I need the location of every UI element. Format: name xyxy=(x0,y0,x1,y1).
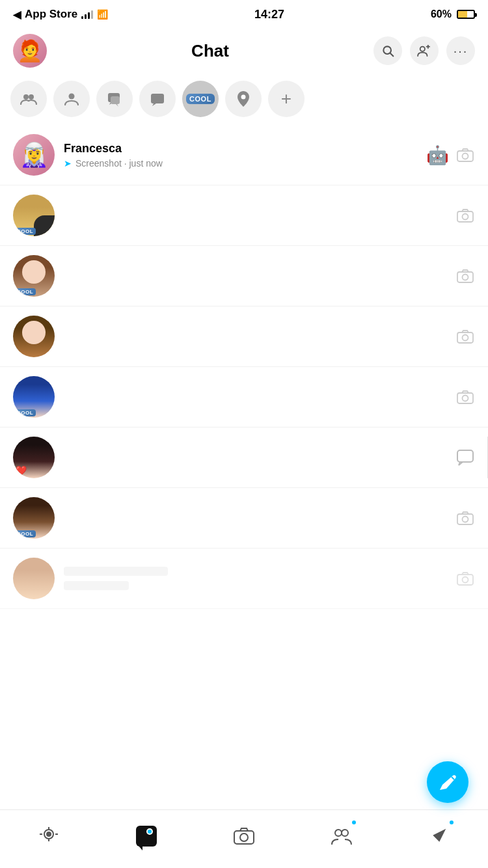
page-title: Chat xyxy=(191,41,229,61)
filter-location[interactable] xyxy=(225,81,262,117)
chat-subtext-francesca: Screenshot · just now xyxy=(75,158,163,169)
chat-right-francesca: 🤖 xyxy=(426,144,475,166)
chat-avatar-3: COOL xyxy=(13,255,55,297)
chat-item-4[interactable] xyxy=(0,306,488,367)
chat-avatar-francesca: 🧝‍♀️ xyxy=(13,134,55,176)
svg-point-22 xyxy=(463,517,468,522)
cool-sticker-5: COOL xyxy=(14,409,36,416)
header-actions: ··· xyxy=(373,36,475,65)
svg-rect-20 xyxy=(457,450,473,462)
battery-percent: 60% xyxy=(431,8,452,20)
svg-point-4 xyxy=(29,94,34,100)
cool-sticker-2: COOL xyxy=(14,228,36,235)
svg-point-13 xyxy=(463,214,468,220)
chat-name-francesca: Francesca xyxy=(64,142,426,156)
friends-nav-dot xyxy=(351,819,357,826)
svg-rect-7 xyxy=(111,96,120,104)
svg-point-26 xyxy=(47,832,51,836)
svg-point-30 xyxy=(342,830,348,836)
svg-rect-23 xyxy=(457,575,473,585)
chat-sub-francesca: ➤ Screenshot · just now xyxy=(64,158,426,169)
more-options-button[interactable]: ··· xyxy=(446,36,475,65)
svg-point-9 xyxy=(241,95,246,100)
svg-rect-18 xyxy=(457,393,473,403)
chat-item-5[interactable]: COOL xyxy=(0,367,488,427)
chat-right-8 xyxy=(455,569,475,588)
svg-rect-10 xyxy=(457,151,473,161)
cool-sticker-3: COOL xyxy=(14,288,36,295)
camera-icon-3[interactable] xyxy=(455,266,475,286)
carrier-label: App Store xyxy=(25,8,77,21)
svg-point-15 xyxy=(463,275,468,280)
filter-add[interactable]: + xyxy=(268,81,305,117)
svg-point-24 xyxy=(463,577,468,583)
svg-rect-14 xyxy=(457,272,473,282)
chat-right-6 xyxy=(455,448,475,467)
discover-nav-dot xyxy=(448,819,455,826)
back-chevron: ◀ xyxy=(13,8,21,21)
nav-discover[interactable] xyxy=(420,817,459,856)
chat-right-3 xyxy=(455,266,475,286)
chat-avatar-5: COOL xyxy=(13,376,55,418)
wifi-icon: 📶 xyxy=(97,9,108,20)
compose-button[interactable] xyxy=(427,761,468,803)
svg-point-28 xyxy=(240,834,248,841)
chat-right-4 xyxy=(455,327,475,346)
chat-info-8 xyxy=(64,567,455,590)
camera-icon-8[interactable] xyxy=(455,569,475,588)
filter-friends[interactable] xyxy=(53,81,90,117)
filter-message[interactable] xyxy=(139,81,176,117)
camera-icon-francesca[interactable] xyxy=(455,145,475,165)
camera-icon-2[interactable] xyxy=(455,206,475,225)
chat-emoji-francesca: 🤖 xyxy=(426,144,449,166)
chat-info-francesca: Francesca ➤ Screenshot · just now xyxy=(64,142,426,169)
chat-avatar-4 xyxy=(13,316,55,357)
svg-rect-16 xyxy=(457,332,473,343)
chat-item-3[interactable]: COOL xyxy=(0,246,488,306)
svg-point-19 xyxy=(463,396,468,401)
chat-right-5 xyxy=(455,387,475,407)
svg-point-11 xyxy=(463,154,468,159)
bottom-nav xyxy=(0,809,488,868)
signal-bars xyxy=(81,10,93,19)
chat-avatar-2: COOL xyxy=(13,195,55,236)
cool-badge-label: COOL xyxy=(186,94,215,104)
battery-icon xyxy=(457,10,475,19)
nav-friends[interactable] xyxy=(322,817,361,856)
svg-marker-31 xyxy=(434,830,444,841)
chat-item-francesca[interactable]: 🧝‍♀️ Francesca ➤ Screenshot · just now 🤖 xyxy=(0,125,488,185)
svg-line-1 xyxy=(390,53,394,57)
filter-groups[interactable] xyxy=(10,81,47,117)
nav-chat[interactable] xyxy=(127,817,166,856)
svg-point-5 xyxy=(69,94,75,100)
nav-map[interactable] xyxy=(29,817,68,856)
chat-right-2 xyxy=(455,206,475,225)
add-friend-button[interactable] xyxy=(410,36,439,65)
camera-icon-5[interactable] xyxy=(455,387,475,407)
chat-item-8[interactable] xyxy=(0,549,488,609)
message-bubble-icon-6[interactable] xyxy=(455,448,475,467)
filter-chat[interactable] xyxy=(96,81,133,117)
chat-item-6[interactable]: ❤️ xyxy=(0,427,488,488)
filter-cool[interactable]: COOL xyxy=(182,81,219,117)
search-button[interactable] xyxy=(373,36,402,65)
cool-sticker-7: COOL xyxy=(14,530,36,537)
svg-rect-8 xyxy=(151,94,164,103)
svg-point-2 xyxy=(420,47,425,51)
svg-rect-12 xyxy=(457,211,473,222)
chat-item-7[interactable]: COOL xyxy=(0,488,488,549)
status-right: 60% xyxy=(431,8,475,20)
chat-item-2[interactable]: COOL xyxy=(0,185,488,246)
chat-list: 🧝‍♀️ Francesca ➤ Screenshot · just now 🤖… xyxy=(0,125,488,609)
camera-icon-7[interactable] xyxy=(455,508,475,528)
svg-point-17 xyxy=(463,335,468,341)
chat-avatar-6: ❤️ xyxy=(13,437,55,478)
chat-avatar-8 xyxy=(13,558,55,599)
status-left: ◀ App Store 📶 xyxy=(13,8,108,21)
user-avatar[interactable]: 🧑‍🦰 xyxy=(13,34,47,68)
camera-icon-4[interactable] xyxy=(455,327,475,346)
chat-nav-dot xyxy=(146,828,153,835)
chat-nav-icon xyxy=(136,826,157,847)
status-time: 14:27 xyxy=(254,8,284,21)
nav-camera[interactable] xyxy=(224,817,264,856)
